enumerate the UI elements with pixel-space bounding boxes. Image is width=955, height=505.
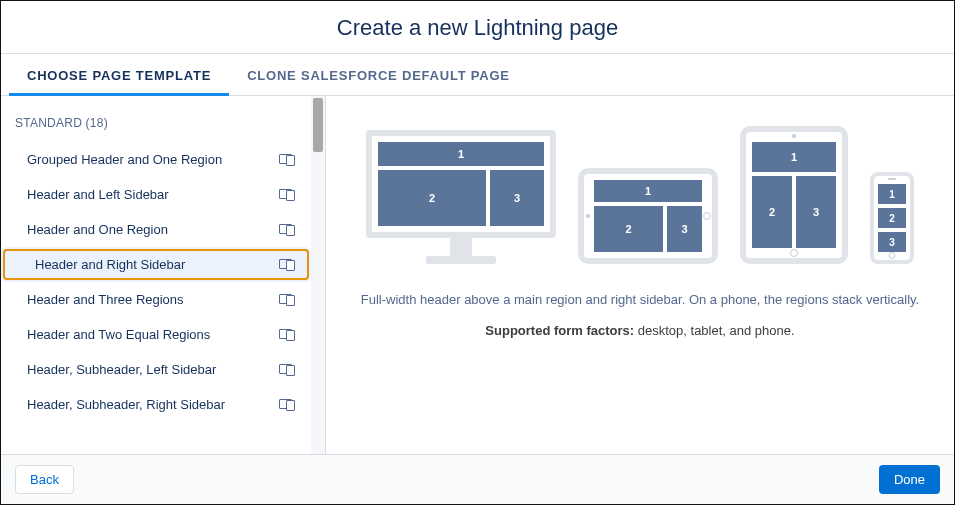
region-1: 1 [594,180,702,202]
region-1: 1 [378,142,544,166]
region-2: 2 [752,176,792,248]
template-preview-pane: 1 2 3 1 2 3 [326,96,954,454]
scrollbar-thumb[interactable] [313,98,323,152]
tab-clone-default[interactable]: CLONE SALESFORCE DEFAULT PAGE [229,54,528,95]
region-3: 3 [796,176,836,248]
modal-title: Create a new Lightning page [1,15,954,41]
template-list: Grouped Header and One Region Header and… [1,142,311,422]
modal-footer: Back Done [1,454,954,504]
form-factor-icon [279,399,295,411]
scrollbar-track[interactable] [311,96,325,454]
form-factor-icon [279,189,295,201]
region-3: 3 [878,232,906,252]
template-group-header: STANDARD (18) [1,96,311,142]
template-item[interactable]: Header and Left Sidebar [1,177,311,212]
region-1: 1 [752,142,836,172]
preview-desktop: 1 2 3 [366,130,556,264]
preview-phone: 1 2 3 [870,172,914,264]
region-2: 2 [594,206,663,252]
back-button[interactable]: Back [15,465,74,494]
template-sidebar: STANDARD (18) Grouped Header and One Reg… [1,96,326,454]
template-item[interactable]: Header, Subheader, Left Sidebar [1,352,311,387]
region-2: 2 [878,208,906,228]
template-item[interactable]: Grouped Header and One Region [1,142,311,177]
template-item[interactable]: Header and One Region [1,212,311,247]
form-factor-icon [279,259,295,271]
modal-header: Create a new Lightning page [1,1,954,54]
form-factor-icon [279,154,295,166]
region-3: 3 [490,170,544,226]
tab-choose-template[interactable]: CHOOSE PAGE TEMPLATE [9,54,229,95]
preview-tablet-landscape: 1 2 3 [578,168,718,264]
device-previews: 1 2 3 1 2 3 [366,126,914,264]
supported-form-factors: Supported form factors: desktop, tablet,… [485,323,794,338]
region-2: 2 [378,170,486,226]
done-button[interactable]: Done [879,465,940,494]
form-factor-icon [279,364,295,376]
template-description: Full-width header above a main region an… [361,292,919,307]
tab-bar: CHOOSE PAGE TEMPLATE CLONE SALESFORCE DE… [1,54,954,96]
template-item-selected[interactable]: Header and Right Sidebar [1,247,311,282]
form-factor-icon [279,224,295,236]
template-item[interactable]: Header and Two Equal Regions [1,317,311,352]
template-item[interactable]: Header and Three Regions [1,282,311,317]
form-factor-icon [279,294,295,306]
region-3: 3 [667,206,702,252]
region-1: 1 [878,184,906,204]
preview-tablet-portrait: 1 2 3 [740,126,848,264]
form-factor-icon [279,329,295,341]
template-item[interactable]: Header, Subheader, Right Sidebar [1,387,311,422]
